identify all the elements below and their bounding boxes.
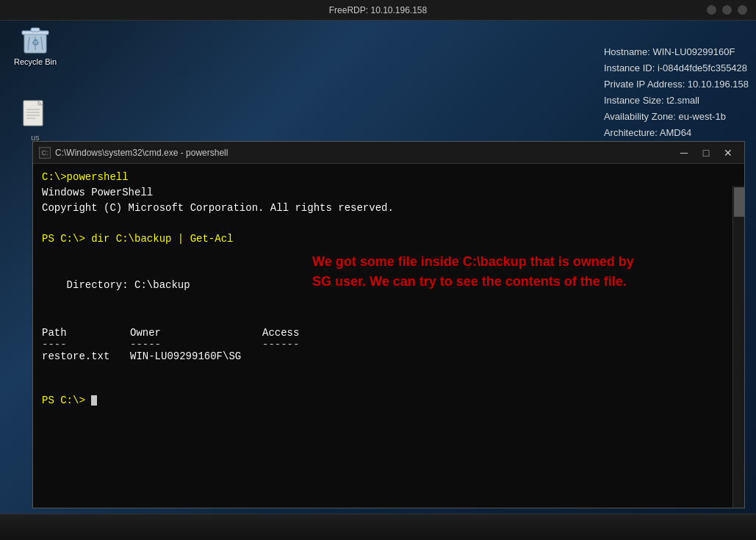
col-header-owner: Owner — [130, 327, 262, 339]
cmd-icon: C: — [39, 147, 51, 159]
col-cell-owner: WIN-LU09299160F\SG — [130, 350, 262, 362]
file-desktop-icon[interactable]: us — [6, 99, 65, 142]
cmd-table-header: Path Owner Access — [42, 327, 735, 339]
col-div-owner: ----- — [130, 339, 262, 350]
recycle-bin-svg: ♻ — [21, 24, 50, 54]
col-div-path: ---- — [42, 339, 130, 350]
desktop: FreeRDP: 10.10.196.158 ♻ Recycle Bin — [0, 0, 756, 540]
file-svg — [22, 99, 48, 130]
col-cell-access — [262, 350, 350, 362]
recycle-bin-icon[interactable]: ♻ Recycle Bin — [6, 24, 65, 66]
cmd-table-row-1: restore.txt WIN-LU09299160F\SG — [42, 350, 735, 362]
svg-text:♻: ♻ — [32, 37, 40, 48]
cmd-titlebar: C: C:\Windows\system32\cmd.exe - powersh… — [33, 142, 744, 164]
close-button[interactable]: ✕ — [718, 145, 738, 161]
cmd-line-blank-7 — [42, 378, 735, 393]
cmd-table-divider: ---- ----- ------ — [42, 339, 735, 350]
info-architecture: Architecture: AMD64 — [604, 125, 749, 141]
taskbar — [0, 514, 756, 540]
cmd-line-blank-4 — [42, 293, 735, 309]
cmd-win-controls: ─ □ ✕ — [674, 145, 738, 161]
annotation-text: We got some file inside C:\backup that i… — [312, 252, 634, 292]
col-cell-path: restore.txt — [42, 350, 130, 362]
cmd-title-text: C:\Windows\system32\cmd.exe - powershell — [55, 148, 674, 158]
tb-btn-1 — [707, 5, 716, 15]
title-bar-controls — [707, 5, 747, 15]
col-header-path: Path — [42, 327, 130, 339]
cmd-line-2: Windows PowerShell — [42, 185, 735, 201]
tb-btn-3 — [738, 5, 747, 15]
scrollbar-thumb[interactable] — [734, 187, 744, 217]
recycle-bin-label: Recycle Bin — [14, 57, 57, 66]
annotation-line2: SG user. We can try to see the contents … — [312, 272, 634, 292]
info-private-ip: Private IP Address: 10.10.196.158 — [604, 76, 749, 93]
cmd-window: C: C:\Windows\system32\cmd.exe - powersh… — [32, 141, 745, 508]
cmd-line-blank-5 — [42, 309, 735, 324]
info-instance-size: Instance Size: t2.small — [604, 93, 749, 109]
title-bar-text: FreeRDP: 10.10.196.158 — [329, 5, 427, 15]
cmd-line-blank-1 — [42, 216, 735, 231]
cmd-prompt: PS C:\> — [42, 393, 735, 408]
info-instance-id: Instance ID: i-084d4fde5fc355428 — [604, 60, 749, 76]
cmd-scrollbar[interactable] — [732, 186, 744, 508]
cmd-body[interactable]: C:\>powershell Windows PowerShell Copyri… — [33, 164, 744, 508]
cmd-line-5: PS C:\> dir C:\backup | Get-Acl — [42, 231, 735, 247]
col-div-access: ------ — [262, 339, 350, 350]
cmd-line-blank-6 — [42, 362, 735, 378]
info-availability-zone: Availability Zone: eu-west-1b — [604, 109, 749, 125]
title-bar: FreeRDP: 10.10.196.158 — [0, 0, 756, 21]
cmd-line-3: Copyright (C) Microsoft Corporation. All… — [42, 201, 735, 216]
cmd-line-1: C:\>powershell — [42, 170, 735, 185]
tb-btn-2 — [722, 5, 732, 15]
col-header-access: Access — [262, 327, 350, 339]
annotation-line1: We got some file inside C:\backup that i… — [312, 252, 634, 272]
svg-rect-2 — [31, 28, 40, 32]
cmd-table: Path Owner Access ---- ----- ------ rest… — [42, 327, 735, 362]
maximize-button[interactable]: □ — [696, 145, 716, 161]
minimize-button[interactable]: ─ — [674, 145, 694, 161]
info-hostname: Hostname: WIN-LU09299160F — [604, 44, 749, 60]
